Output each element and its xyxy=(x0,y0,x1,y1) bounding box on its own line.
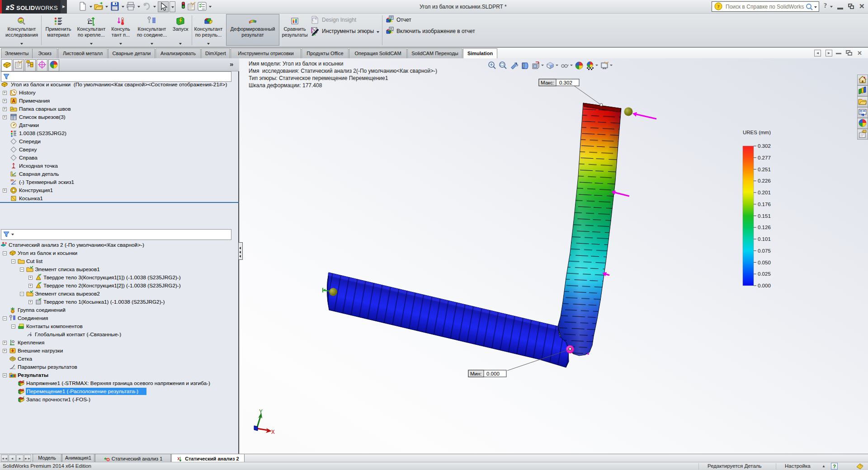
svg-text:?: ? xyxy=(717,4,720,9)
svg-text:0.025: 0.025 xyxy=(758,271,771,277)
svg-text:X: X xyxy=(271,429,275,436)
svg-text:0.000: 0.000 xyxy=(486,371,500,376)
svg-text:0.302: 0.302 xyxy=(559,80,572,85)
svg-text:0.151: 0.151 xyxy=(758,213,771,219)
svg-text:0.176: 0.176 xyxy=(758,202,771,207)
svg-text:0.302: 0.302 xyxy=(758,143,771,149)
svg-text:A: A xyxy=(12,99,15,103)
svg-text:u: u xyxy=(22,388,24,391)
svg-text:0.050: 0.050 xyxy=(758,260,771,265)
svg-text:Мин:: Мин: xyxy=(470,371,482,376)
svg-text:σ: σ xyxy=(22,380,24,383)
svg-text:0.277: 0.277 xyxy=(758,155,771,160)
svg-text:✓: ✓ xyxy=(22,396,25,399)
svg-text:0.075: 0.075 xyxy=(758,248,771,254)
svg-text:0.000: 0.000 xyxy=(758,283,771,288)
svg-text:Y: Y xyxy=(259,409,263,415)
svg-text:3D: 3D xyxy=(10,179,14,182)
svg-text:0.251: 0.251 xyxy=(758,167,771,172)
svg-text:URES (mm): URES (mm) xyxy=(743,130,771,135)
svg-text:0.201: 0.201 xyxy=(758,190,771,195)
svg-text:0.226: 0.226 xyxy=(758,178,771,183)
svg-text:0.101: 0.101 xyxy=(758,236,771,242)
svg-text:Макс:: Макс: xyxy=(541,80,554,85)
svg-text:0.126: 0.126 xyxy=(758,225,771,230)
